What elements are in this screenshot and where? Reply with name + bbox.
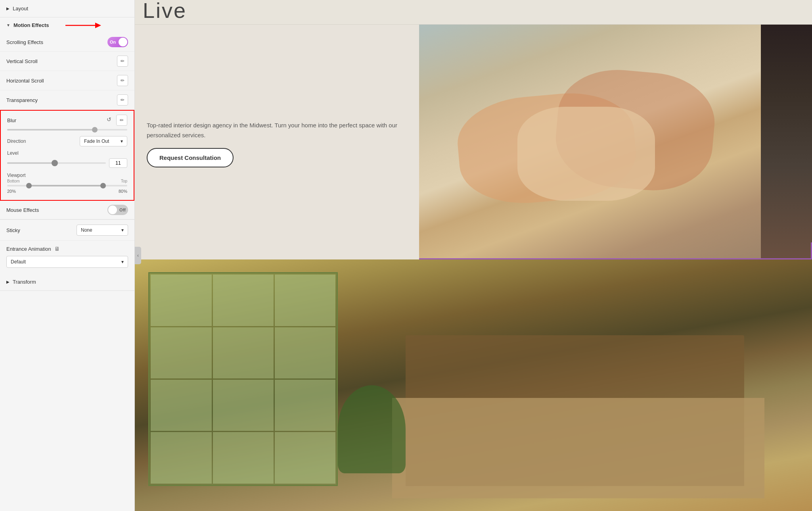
blur-track-fill (7, 129, 97, 131)
level-track[interactable] (7, 162, 106, 164)
viewport-row: Viewport Bottom Top 20% 80% (1, 170, 134, 196)
viewport-values: 20% 80% (7, 189, 127, 194)
sticky-value: None (81, 227, 92, 233)
blur-section: Blur ↺ ✏ Direction Fade In (0, 110, 134, 201)
live-heading: Live (143, 0, 187, 21)
layout-label: Layout (13, 6, 28, 12)
transparency-edit-btn[interactable]: ✏ (117, 94, 128, 106)
sticky-select[interactable]: None ▾ (77, 225, 128, 236)
entrance-default-value: Default (11, 259, 26, 265)
blur-track (7, 129, 127, 131)
scrolling-effects-label: Scrolling Effects (6, 39, 43, 45)
direction-label: Direction (7, 138, 26, 144)
top-image-area: ✏ (419, 25, 812, 259)
level-label: Level (7, 150, 127, 156)
red-arrow-indicator (63, 21, 103, 30)
entrance-animation-row: Entrance Animation 🖥 (0, 241, 134, 254)
vertical-scroll-label: Vertical Scroll (6, 58, 38, 64)
interior-description: Top-rated interior design agency in the … (147, 121, 407, 140)
window-left (148, 272, 338, 486)
chevron-left-icon: ‹ (137, 253, 139, 258)
blur-edit-btn[interactable]: ✏ (116, 115, 127, 126)
content-top-section: Top-rated interior design agency in the … (135, 25, 812, 259)
viewport-thumb-right[interactable] (100, 183, 106, 188)
direction-dropdown-icon: ▾ (121, 138, 123, 144)
level-thumb[interactable] (52, 160, 58, 166)
viewport-track[interactable] (7, 185, 127, 186)
text-block: Top-rated interior design agency in the … (135, 25, 419, 259)
entrance-animation-label: Entrance Animation (6, 246, 51, 252)
scrolling-effects-toggle-on[interactable]: On (107, 37, 128, 47)
transform-section-header[interactable]: ▶ Transform (0, 273, 134, 290)
layout-expand-icon: ▶ (6, 6, 10, 11)
scrolling-effects-toggle[interactable]: On (107, 37, 128, 47)
motion-effects-collapse-icon: ▼ (6, 23, 10, 27)
sidebar-toggle-btn[interactable]: ‹ (135, 247, 141, 264)
pencil-icon-vertical: ✏ (121, 58, 124, 64)
blur-header: Blur ↺ ✏ (1, 111, 134, 128)
bed-frame (392, 398, 764, 498)
viewport-ticks: Bottom Top (7, 179, 127, 183)
entrance-select-row: Default ▾ (0, 254, 134, 273)
right-dark-strip (761, 25, 812, 259)
direction-value: Fade In Out (84, 138, 109, 144)
monitor-icon: 🖥 (54, 246, 60, 252)
motion-effects-section: ▼ Motion Effects Scrolling Effects On (0, 17, 134, 220)
svg-marker-1 (95, 23, 101, 28)
bottom-image-sim (135, 259, 812, 511)
blur-label: Blur (7, 117, 16, 123)
viewport-thumb-left[interactable] (26, 183, 32, 188)
viewport-bottom-tick: Bottom (7, 179, 20, 183)
transform-label: Transform (13, 279, 36, 285)
sticky-dropdown-icon: ▾ (121, 227, 124, 233)
level-fill (7, 162, 57, 164)
horizontal-scroll-row: Horizontal Scroll ✏ (0, 71, 134, 90)
mouse-effects-row: Mouse Effects Off (0, 201, 134, 219)
transform-section: ▶ Transform (0, 273, 134, 291)
mouse-effects-toggle[interactable]: Off (107, 205, 128, 215)
blur-thumb[interactable] (92, 127, 98, 133)
live-heading-bar: Live (135, 0, 812, 25)
transform-expand-icon: ▶ (6, 280, 10, 284)
vertical-scroll-row: Vertical Scroll ✏ (0, 52, 134, 71)
layout-section-header[interactable]: ▶ Layout (0, 0, 134, 17)
toggle-on-label: On (110, 40, 116, 44)
scrolling-effects-row: Scrolling Effects On (0, 33, 134, 52)
plant-shape (338, 385, 406, 473)
layout-section: ▶ Layout (0, 0, 134, 17)
sticky-label: Sticky (6, 227, 20, 233)
entrance-select[interactable]: Default ▾ (6, 256, 128, 268)
level-row: Level 11 (1, 149, 134, 170)
viewport-top-tick: Top (121, 179, 127, 183)
blur-reset-btn[interactable]: ↺ (104, 115, 114, 124)
viewport-top-value: 80% (119, 189, 127, 194)
bottom-image-area (135, 259, 812, 511)
level-slider-row: 11 (7, 158, 127, 168)
vertical-scroll-edit-btn[interactable]: ✏ (117, 56, 128, 67)
transparency-row: Transparency ✏ (0, 90, 134, 110)
direction-select[interactable]: Fade In Out ▾ (80, 136, 127, 146)
top-image-sim (419, 25, 812, 259)
left-panel: ▶ Layout ▼ Motion Effects Scrolling Effe… (0, 0, 135, 511)
pencil-icon-blur: ✏ (120, 117, 124, 123)
pencil-icon-horizontal: ✏ (121, 78, 124, 83)
transparency-label: Transparency (6, 97, 38, 103)
pencil-icon-transparency: ✏ (121, 97, 124, 103)
blur-slider-container[interactable] (7, 129, 127, 131)
motion-effects-label: Motion Effects (13, 22, 49, 28)
horizontal-scroll-label: Horizontal Scroll (6, 78, 44, 84)
horizontal-scroll-edit-btn[interactable]: ✏ (117, 75, 128, 86)
mouse-toggle-label: Off (119, 207, 126, 212)
motion-effects-header[interactable]: ▼ Motion Effects (0, 17, 134, 33)
viewport-fill (29, 185, 103, 186)
right-content: Live ‹ Top-rated interior design agency … (135, 0, 812, 511)
mouse-effects-label: Mouse Effects (6, 207, 39, 213)
blur-header-controls: ↺ ✏ (104, 115, 127, 126)
toggle-knob (119, 38, 127, 46)
direction-row: Direction Fade In Out ▾ (1, 134, 134, 149)
sticky-row: Sticky None ▾ (0, 220, 134, 241)
viewport-bottom-value: 20% (7, 189, 16, 194)
mouse-toggle-knob (108, 206, 117, 214)
level-input[interactable]: 11 (109, 158, 127, 168)
request-consultation-btn[interactable]: Request Consultation (147, 148, 234, 167)
